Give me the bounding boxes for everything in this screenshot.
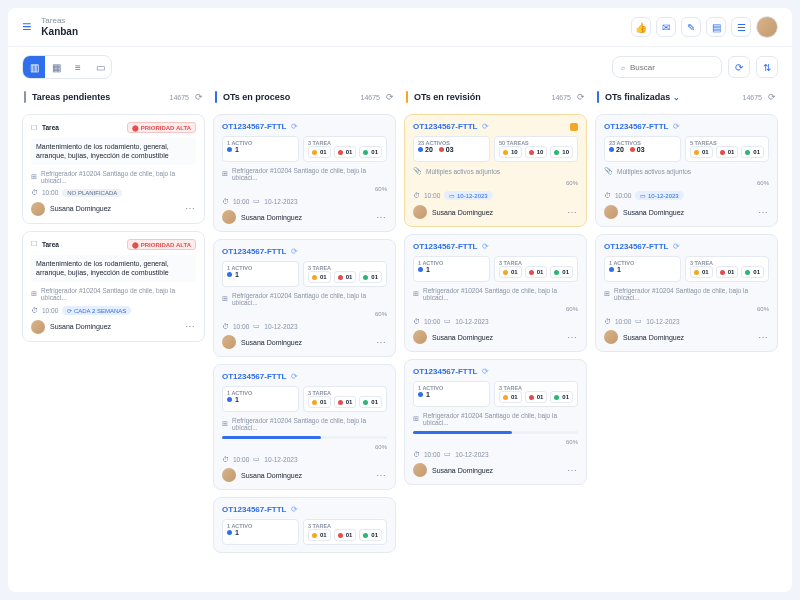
- ot-card[interactable]: OT1234567-FTTL⟳ 1 ACTIVO1 3 TAREA010101 …: [213, 364, 396, 490]
- user-avatar[interactable]: [756, 16, 778, 38]
- ot-card[interactable]: OT1234567-FTTL⟳ 1 ACTIVO1 3 TAREA010101 …: [404, 359, 587, 485]
- task-card[interactable]: ☐ Tarea ⬤ PRIORIDAD ALTA Mantenimiento d…: [22, 114, 205, 224]
- refresh-button[interactable]: ⟳: [728, 56, 750, 78]
- filter-button[interactable]: ⇅: [756, 56, 778, 78]
- topbar: ≡ Tareas Kanban 👍 ✉ ✎ ▤ ☰: [8, 8, 792, 47]
- view-list[interactable]: ≡: [67, 56, 89, 78]
- ot-link[interactable]: OT1234567-FTTL: [222, 122, 286, 131]
- task-card[interactable]: ☐ Tarea ⬤ PRIORIDAD ALTA Mantenimiento d…: [22, 231, 205, 342]
- kanban-board: Tareas pendientes 14675 ⟳ ☐ Tarea ⬤ PRIO…: [8, 87, 792, 592]
- view-segment: ▥ ▦ ≡ ▭: [22, 55, 112, 79]
- refresh-icon[interactable]: ⟳: [195, 92, 203, 102]
- column-review: OTs en revisión 14675 ⟳ OT1234567-FTTL⟳ …: [404, 87, 587, 580]
- more-icon[interactable]: ⋯: [185, 203, 196, 214]
- ot-card[interactable]: OT1234567-FTTL⟳ 1 ACTIVO1 3 TAREA010101: [213, 497, 396, 553]
- view-kanban[interactable]: ▥: [23, 56, 45, 78]
- ot-card[interactable]: OT1234567-FTTL⟳ 1 ACTIVO1 3 TAREA010101 …: [595, 234, 778, 352]
- column-finished: OTs finalizadas ⌄ 14675 ⟳ OT1234567-FTTL…: [595, 87, 778, 580]
- task-description: Mantenimiento de los rodamiento, general…: [31, 138, 196, 165]
- view-timeline[interactable]: ▭: [89, 56, 111, 78]
- action-edit[interactable]: ✎: [681, 17, 701, 37]
- action-message[interactable]: ✉: [656, 17, 676, 37]
- avatar: [31, 202, 45, 216]
- chevron-down-icon[interactable]: ⌄: [673, 93, 680, 102]
- action-bookmark[interactable]: ▤: [706, 17, 726, 37]
- ot-card[interactable]: OT1234567-FTTL⟳ 23 ACTIVOS2003 5 TAREAS0…: [595, 114, 778, 227]
- priority-badge: ⬤ PRIORIDAD ALTA: [127, 122, 196, 133]
- search-input[interactable]: [630, 63, 710, 72]
- flag-icon: [570, 123, 578, 131]
- search-icon: ⌕: [621, 64, 625, 71]
- ot-card[interactable]: OT1234567-FTTL⟳ 1 ACTIVO1 3 TAREA010101 …: [213, 239, 396, 357]
- ot-card[interactable]: OT1234567-FTTL⟳ 1 ACTIVO1 3 TAREA010101 …: [404, 234, 587, 352]
- action-list[interactable]: ☰: [731, 17, 751, 37]
- ot-card[interactable]: OT1234567-FTTL⟳ 1 ACTIVO1 3 TAREA010101 …: [213, 114, 396, 232]
- column-color-bar: [24, 91, 26, 103]
- menu-icon[interactable]: ≡: [22, 18, 31, 36]
- search-box[interactable]: ⌕: [612, 56, 722, 78]
- column-pending: Tareas pendientes 14675 ⟳ ☐ Tarea ⬤ PRIO…: [22, 87, 205, 580]
- breadcrumb: Tareas Kanban: [41, 17, 78, 38]
- toolbar: ▥ ▦ ≡ ▭ ⌕ ⟳ ⇅: [8, 47, 792, 87]
- view-calendar[interactable]: ▦: [45, 56, 67, 78]
- ot-card-highlighted[interactable]: OT1234567-FTTL⟳ 23 ACTIVOS2003 50 TAREAS…: [404, 114, 587, 227]
- column-in-process: OTs en proceso 14675 ⟳ OT1234567-FTTL⟳ 1…: [213, 87, 396, 580]
- action-print[interactable]: 👍: [631, 17, 651, 37]
